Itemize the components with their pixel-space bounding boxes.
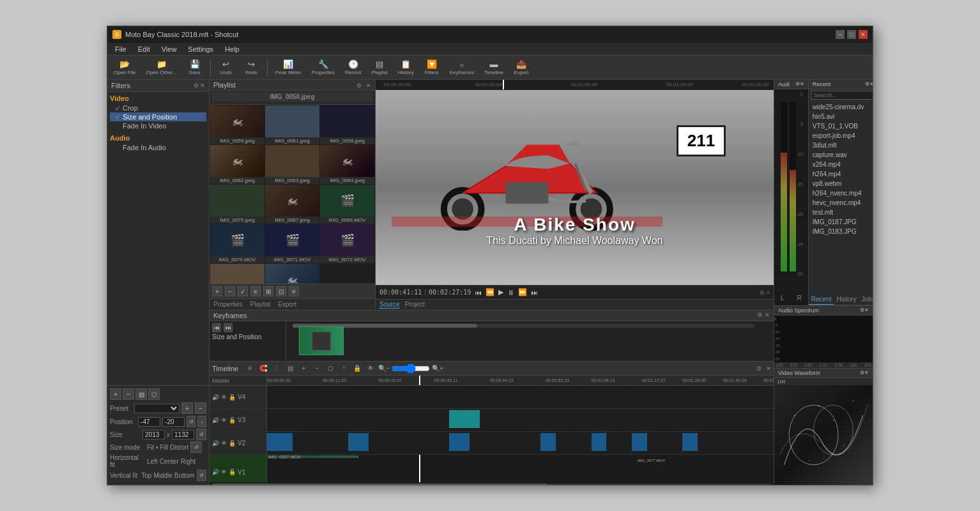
tab-project[interactable]: Project bbox=[405, 301, 425, 309]
list-item[interactable]: 🎬 IMG_0070.MOV bbox=[210, 224, 264, 263]
menu-file[interactable]: File bbox=[110, 44, 132, 54]
prev-frame-button[interactable]: ⏪ bbox=[484, 287, 496, 297]
track-content-v3[interactable] bbox=[267, 409, 774, 431]
list-item[interactable]: hin5.avi bbox=[810, 112, 873, 121]
preset-add-button[interactable]: + bbox=[181, 402, 193, 414]
tl-eye-button[interactable]: 👁 bbox=[365, 363, 376, 374]
open-other-button[interactable]: 📁 Open Other... bbox=[142, 59, 181, 77]
recent-settings-icon[interactable]: ⚙✕ bbox=[865, 81, 873, 88]
tl-add-track-button[interactable]: + bbox=[298, 363, 309, 374]
filter-crop[interactable]: ✓ Crop bbox=[110, 103, 206, 112]
video-waveform-settings-icon[interactable]: ⚙✕ bbox=[860, 370, 869, 376]
menu-help[interactable]: Help bbox=[220, 44, 245, 54]
filter-fade-video[interactable]: ✓ Fade In Video bbox=[110, 121, 206, 130]
undo-button[interactable]: ↩ Undo bbox=[215, 59, 238, 77]
list-item[interactable]: IMG_0183.JPG bbox=[810, 227, 873, 236]
tl-close-icon[interactable]: ✕ bbox=[766, 365, 771, 372]
v-fit-reset-button[interactable]: ↺ bbox=[197, 469, 206, 481]
tab-history[interactable]: History bbox=[834, 294, 859, 305]
filter-paste-button[interactable]: ⬡ bbox=[148, 388, 160, 400]
kf-zoom-bar[interactable] bbox=[293, 324, 754, 328]
tl-lock-button[interactable]: 🔒 bbox=[351, 363, 363, 374]
list-item[interactable]: capture.wav bbox=[810, 150, 873, 160]
tab-export[interactable]: Export bbox=[278, 301, 296, 308]
playlist-thumb-view-button[interactable]: ⊡ bbox=[276, 286, 286, 296]
list-item[interactable]: h264_nvenc.mp4 bbox=[810, 188, 873, 198]
tl-zoom-in-button[interactable]: 🔍+ bbox=[432, 363, 443, 374]
v2-audio-icon[interactable]: 🔊 bbox=[212, 440, 219, 446]
audio-settings-icon[interactable]: ⚙✕ bbox=[795, 81, 804, 88]
properties-button[interactable]: 🔧 Properties bbox=[308, 59, 339, 77]
tab-properties[interactable]: Properties bbox=[213, 301, 243, 308]
size-mode-reset-button[interactable]: ↺ bbox=[190, 441, 202, 453]
list-item[interactable]: hevc_nvenc.mp4 bbox=[810, 198, 873, 208]
playlist-list-view-button[interactable]: ≡ bbox=[250, 286, 261, 296]
skip-end-button[interactable]: ⏭ bbox=[530, 287, 539, 297]
list-item[interactable]: export-job.mp4 bbox=[810, 131, 873, 141]
v2-lock-icon[interactable]: 🔓 bbox=[229, 440, 236, 446]
skip-start-button[interactable]: ⏮ bbox=[473, 287, 483, 297]
position-y-input[interactable] bbox=[162, 417, 185, 427]
menu-view[interactable]: View bbox=[157, 44, 182, 54]
history-button[interactable]: 📋 History bbox=[394, 59, 418, 77]
open-file-button[interactable]: 📂 Open File bbox=[110, 59, 140, 77]
menu-edit[interactable]: Edit bbox=[133, 44, 155, 54]
tl-zoom-slider[interactable] bbox=[392, 363, 430, 374]
playlist-settings-icon[interactable]: ⚙ bbox=[356, 82, 362, 89]
size-h-input[interactable] bbox=[172, 430, 194, 439]
list-item[interactable]: x264.mp4 bbox=[810, 160, 873, 169]
list-item[interactable]: IMG_0058.jpeg bbox=[320, 105, 374, 144]
tab-source[interactable]: Source bbox=[379, 301, 400, 309]
minimize-button[interactable]: ─ bbox=[836, 30, 845, 39]
v3-eye-icon[interactable]: 👁 bbox=[221, 417, 227, 423]
list-item[interactable]: IMG_0064.jpeg bbox=[320, 145, 374, 184]
list-item[interactable]: IMG_0059.jpeg bbox=[210, 105, 264, 144]
menu-settings[interactable]: Settings bbox=[183, 44, 218, 54]
list-item[interactable]: IMG_0076.jpeg bbox=[265, 264, 319, 284]
tl-snap-button[interactable]: 🧲 bbox=[257, 363, 269, 374]
track-content-v2[interactable] bbox=[267, 432, 774, 454]
remove-filter-button[interactable]: − bbox=[123, 388, 134, 400]
kf-play-button[interactable]: ⏮ bbox=[212, 323, 221, 332]
tl-ripple-button[interactable]: ⋮ bbox=[271, 363, 282, 374]
list-item[interactable]: IMG_0063.jpeg bbox=[265, 145, 319, 184]
track-content-v1[interactable]: IMG_0057.MOV bbox=[267, 455, 774, 482]
list-item[interactable]: test.mlt bbox=[810, 208, 873, 217]
playlist-add-button[interactable]: + bbox=[212, 286, 222, 296]
filters-settings-icon[interactable]: ⚙ bbox=[194, 82, 199, 89]
h-fit-center[interactable]: Center bbox=[160, 458, 179, 465]
position-x-input[interactable] bbox=[138, 417, 160, 427]
list-item[interactable]: h264.mp4 bbox=[810, 169, 873, 179]
playlist-check-button[interactable]: ✓ bbox=[238, 286, 248, 296]
v1-audio-icon[interactable]: 🔊 bbox=[212, 469, 219, 475]
preset-select[interactable] bbox=[134, 404, 180, 413]
timeline-scrollbar[interactable] bbox=[210, 482, 774, 485]
preset-remove-button[interactable]: − bbox=[195, 402, 206, 414]
keyframes-button[interactable]: ⬦ Keyframes bbox=[446, 59, 478, 77]
maximize-button[interactable]: □ bbox=[847, 30, 856, 39]
playlist-grid-view-button[interactable]: ⊞ bbox=[263, 286, 273, 296]
recent-search-input[interactable] bbox=[811, 91, 873, 100]
play-button[interactable]: ▶ bbox=[497, 287, 505, 297]
close-button[interactable]: ✕ bbox=[859, 30, 868, 39]
list-item[interactable]: IMG_0061.jpeg bbox=[265, 105, 319, 144]
list-item[interactable]: IMG_0073.jpeg bbox=[210, 264, 264, 284]
v3-lock-icon[interactable]: 🔓 bbox=[229, 417, 236, 423]
tab-recent[interactable]: Recent bbox=[809, 294, 834, 305]
list-item[interactable]: 🎬 IMG_0071.MOV bbox=[265, 224, 319, 263]
filter-size-position[interactable]: ✓ Size and Position bbox=[110, 112, 206, 121]
tl-menu-button[interactable]: ≡ bbox=[244, 363, 256, 374]
size-mode-fill[interactable]: • Fill bbox=[156, 444, 168, 451]
tl-clip-button[interactable]: ⬡ bbox=[325, 363, 336, 374]
position-anim-button[interactable]: ⬦ bbox=[197, 416, 206, 427]
tl-settings-icon[interactable]: ⚙ bbox=[756, 365, 762, 372]
v4-lock-icon[interactable]: 🔓 bbox=[229, 394, 236, 400]
tab-jobs[interactable]: Jobs bbox=[859, 294, 873, 305]
list-item[interactable]: wide25-cinema.dv bbox=[810, 102, 873, 112]
export-button[interactable]: 📤 Export bbox=[510, 59, 533, 77]
keyframes-settings-icon[interactable]: ⚙ bbox=[757, 312, 762, 319]
v-fit-bottom[interactable]: Bottom bbox=[174, 472, 195, 479]
position-reset-button[interactable]: ↺ bbox=[187, 416, 195, 427]
v-fit-top[interactable]: Top bbox=[141, 472, 151, 479]
filter-fade-audio[interactable]: ✓ Fade In Audio bbox=[110, 143, 206, 152]
